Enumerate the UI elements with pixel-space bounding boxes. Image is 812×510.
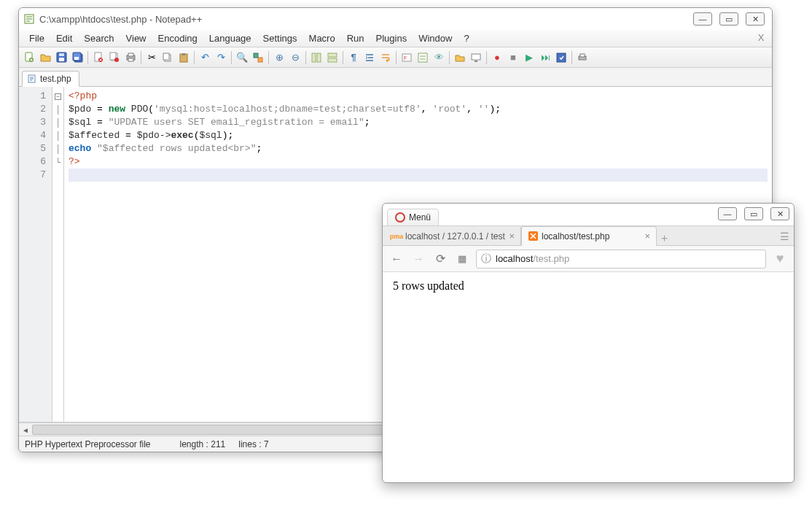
opera-minimize-button[interactable]: —	[718, 207, 737, 220]
forward-button[interactable]: →	[410, 251, 426, 267]
menu-plugins[interactable]: Plugins	[370, 31, 413, 46]
record-icon[interactable]: ●	[490, 50, 504, 65]
saveall-icon[interactable]	[70, 50, 85, 65]
folder-icon[interactable]	[415, 50, 430, 65]
zoomout-icon[interactable]: ⊖	[288, 50, 302, 65]
status-lines: lines : 7	[238, 439, 268, 449]
svg-rect-31	[475, 61, 477, 62]
reload-button[interactable]: ⟳	[432, 251, 448, 267]
eye-icon[interactable]: 👁	[432, 50, 446, 65]
menu-macro[interactable]: Macro	[303, 31, 341, 46]
menu-settings[interactable]: Settings	[257, 31, 303, 46]
svg-rect-30	[472, 54, 480, 60]
svg-rect-4	[59, 58, 64, 61]
find-icon[interactable]: 🔍	[235, 50, 249, 65]
fold-column[interactable]: − ││││└	[52, 87, 64, 422]
tab-close-icon[interactable]: ×	[644, 231, 650, 242]
fold-toggle-icon[interactable]: −	[55, 93, 61, 100]
scroll-left-icon[interactable]: ◄	[20, 425, 31, 435]
zoomin-icon[interactable]: ⊕	[272, 50, 286, 65]
maximize-button[interactable]: ▭	[719, 12, 738, 26]
phpmyadmin-favicon-icon: pma	[391, 231, 402, 242]
tabs-menu-icon[interactable]: ☰	[780, 231, 789, 242]
tab-close-icon[interactable]: ×	[509, 231, 515, 242]
replace-icon[interactable]	[251, 50, 265, 65]
stop-icon[interactable]: ■	[506, 50, 520, 65]
monitor-icon[interactable]	[469, 50, 483, 65]
svg-rect-5	[59, 53, 64, 56]
address-bar[interactable]: ⓘ localhost/test.php	[476, 250, 766, 268]
tab-label: localhost / 127.0.0.1 / test	[405, 231, 505, 242]
toolbar-separator	[449, 51, 450, 64]
paste-icon[interactable]	[176, 50, 191, 65]
url-host: localhost	[496, 253, 533, 264]
print-icon[interactable]	[123, 50, 138, 65]
svg-rect-34	[580, 54, 585, 57]
wrap-icon[interactable]	[378, 50, 393, 65]
close-button[interactable]: ✕	[746, 12, 765, 26]
sync-h-icon[interactable]	[325, 50, 340, 65]
svg-rect-25	[328, 53, 337, 57]
folder2-icon[interactable]	[453, 50, 467, 65]
opera-menu-button[interactable]: Menü	[387, 209, 439, 225]
print2-icon[interactable]	[575, 50, 590, 65]
svg-rect-24	[317, 53, 321, 62]
open-icon[interactable]	[38, 50, 52, 65]
toolbar-separator	[305, 51, 306, 64]
opera-close-button[interactable]: ✕	[770, 207, 789, 220]
back-button[interactable]: ←	[389, 251, 405, 267]
status-language: PHP Hypertext Preprocessor file	[25, 439, 151, 449]
undo-icon[interactable]: ↶	[198, 50, 212, 65]
play-icon[interactable]: ▶	[522, 50, 536, 65]
bookmark-heart-icon[interactable]: ♥	[772, 251, 788, 266]
save-icon[interactable]	[54, 50, 69, 65]
toolbar-separator	[343, 51, 343, 64]
speed-dial-button[interactable]: ▦	[454, 251, 470, 267]
menu-file[interactable]: File	[23, 31, 50, 46]
menu-window[interactable]: Window	[413, 31, 458, 46]
opera-logo-icon	[395, 212, 405, 223]
ws-icon[interactable]: ¶	[346, 50, 361, 65]
site-info-icon[interactable]: ⓘ	[481, 252, 491, 266]
xampp-favicon-icon	[528, 231, 538, 242]
menu-language[interactable]: Language	[203, 31, 257, 46]
new-icon[interactable]	[22, 50, 36, 65]
cut-icon[interactable]: ✂	[144, 50, 159, 65]
sync-v-icon[interactable]	[309, 50, 324, 65]
menu-run[interactable]: Run	[341, 31, 370, 46]
menu-encoding[interactable]: Encoding	[152, 31, 203, 46]
redo-icon[interactable]: ↷	[214, 50, 228, 65]
closeall-icon[interactable]	[107, 50, 122, 65]
opera-window: Menü — ▭ ✕ pma localhost / 127.0.0.1 / t…	[382, 203, 795, 483]
opera-titlebar[interactable]: Menü — ▭ ✕	[383, 204, 794, 225]
svg-rect-29	[418, 53, 427, 62]
menu-view[interactable]: View	[120, 31, 152, 46]
svg-text:F: F	[404, 55, 407, 61]
close-file-icon[interactable]	[91, 50, 106, 65]
titlebar[interactable]: C:\xampp\htdocs\test.php - Notepad++ — ▭…	[19, 8, 772, 30]
menu-close-x[interactable]: X	[754, 31, 768, 43]
menu-edit[interactable]: Edit	[50, 31, 78, 46]
svg-rect-26	[328, 58, 337, 62]
copy-icon[interactable]	[160, 50, 175, 65]
toolbar: ✂ ↶ ↷ 🔍 ⊕ ⊖ ¶ F 👁 ● ■ ▶ ⏭	[19, 47, 772, 68]
svg-rect-18	[163, 53, 169, 60]
file-icon	[27, 74, 37, 84]
opera-maximize-button[interactable]: ▭	[744, 207, 763, 220]
browser-tab[interactable]: pma localhost / 127.0.0.1 / test ×	[386, 227, 521, 245]
svg-rect-8	[74, 57, 79, 60]
menu-search[interactable]: Search	[78, 31, 120, 46]
page-output-text: 5 rows updated	[393, 279, 464, 292]
browser-tab-active[interactable]: localhost/test.php ×	[521, 226, 657, 246]
indent-icon[interactable]	[362, 50, 377, 65]
editor-tab[interactable]: test.php	[22, 71, 79, 87]
savemac-icon[interactable]	[554, 50, 569, 65]
svg-rect-16	[128, 58, 133, 61]
menu-help[interactable]: ?	[458, 31, 475, 46]
svg-rect-15	[128, 53, 133, 56]
new-tab-button[interactable]: ＋	[657, 231, 671, 245]
page-content: 5 rows updated	[383, 272, 794, 482]
minimize-button[interactable]: —	[693, 12, 712, 26]
lang-icon[interactable]: F	[399, 50, 414, 65]
playrep-icon[interactable]: ⏭	[538, 50, 553, 65]
